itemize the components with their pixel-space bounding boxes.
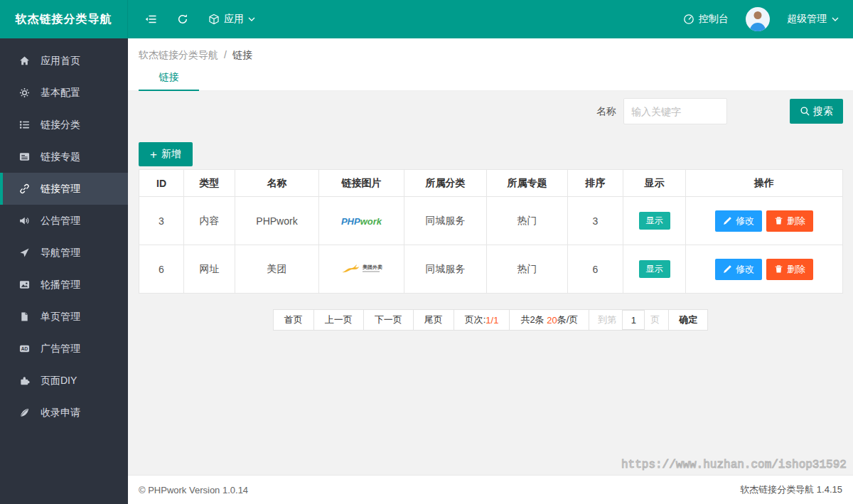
- user-menu[interactable]: 超级管理: [787, 13, 839, 26]
- sidebar-item-link-topic[interactable]: 链接专题: [0, 141, 128, 173]
- phpwork-logo: PHPwork: [341, 216, 382, 227]
- col-header-category: 所属分类: [404, 170, 487, 197]
- tab-links[interactable]: 链接: [139, 71, 199, 91]
- main-content: 软杰链接分类导航/链接 链接 名称 搜索 + 新增 ID 类型 名称: [128, 38, 853, 504]
- logo-subtext-line: [363, 271, 380, 272]
- search-button-label: 搜索: [813, 105, 833, 118]
- status-badge[interactable]: 显示: [639, 212, 670, 230]
- header-left-actions: 应用: [145, 13, 255, 26]
- cell-sort: 3: [568, 197, 623, 245]
- cell-name: 美团: [235, 245, 319, 294]
- image-icon: [18, 279, 30, 291]
- sidebar-toggle-icon[interactable]: [145, 14, 157, 25]
- home-icon: [18, 55, 30, 67]
- header-right-actions: 控制台 超级管理: [683, 7, 853, 31]
- sidebar-item-inclusion-apply[interactable]: 收录申请: [0, 397, 128, 429]
- gear-icon: [18, 87, 30, 99]
- sidebar-item-ad-manage[interactable]: AD 广告管理: [0, 333, 128, 365]
- sidebar-item-link-category[interactable]: 链接分类: [0, 109, 128, 141]
- col-header-topic: 所属专题: [487, 170, 568, 197]
- gauge-icon: [683, 14, 694, 25]
- sidebar-item-page-diy[interactable]: 页面DIY: [0, 365, 128, 397]
- sidebar: 应用首页 基本配置 链接分类 链接专题 链接管理 公告管理 导航管理 轮播管理 …: [0, 38, 128, 504]
- table-header-row: ID 类型 名称 链接图片 所属分类 所属专题 排序 显示 操作: [139, 170, 843, 197]
- cell-type: 网址: [184, 245, 235, 294]
- cell-name: PHPwork: [235, 197, 319, 245]
- sidebar-item-page-manage[interactable]: 单页管理: [0, 301, 128, 333]
- skip-suffix-label: 页: [650, 313, 660, 326]
- cell-topic: 热门: [487, 197, 568, 245]
- sidebar-item-basic-config[interactable]: 基本配置: [0, 77, 128, 109]
- puzzle-icon: [18, 375, 30, 387]
- kangaroo-icon: [340, 262, 360, 274]
- breadcrumb-current: 链接: [232, 49, 252, 60]
- col-header-type: 类型: [184, 170, 235, 197]
- search-icon: [800, 106, 810, 117]
- list-icon: [18, 119, 30, 131]
- edit-button[interactable]: 修改: [715, 259, 762, 280]
- cell-visible: 显示: [623, 197, 686, 245]
- page-first-button[interactable]: 首页: [273, 309, 314, 331]
- col-header-image: 链接图片: [319, 170, 404, 197]
- cell-type: 内容: [184, 197, 235, 245]
- page-confirm-button[interactable]: 确定: [668, 309, 708, 331]
- brand-title: 软杰链接分类导航: [0, 0, 128, 38]
- avatar-body: [750, 23, 766, 31]
- cell-actions: 修改 删除: [686, 245, 843, 294]
- send-icon: [18, 247, 30, 259]
- sidebar-item-carousel-manage[interactable]: 轮播管理: [0, 269, 128, 301]
- table-row: 3 内容 PHPwork PHPwork 同城服务 热门 3 显示 修改: [139, 197, 843, 245]
- pencil-icon: [723, 264, 732, 274]
- app-menu[interactable]: 应用: [208, 13, 255, 26]
- cell-visible: 显示: [623, 245, 686, 294]
- breadcrumb-separator: /: [224, 49, 227, 60]
- chevron-down-icon: [832, 16, 839, 22]
- avatar-head: [754, 11, 762, 19]
- edit-button[interactable]: 修改: [715, 210, 762, 232]
- footer-copyright: © PHPwork Version 1.0.14: [139, 485, 248, 495]
- col-header-actions: 操作: [686, 170, 843, 197]
- pencil-icon: [723, 216, 732, 225]
- delete-button[interactable]: 删除: [766, 259, 813, 280]
- add-button-label: 新增: [161, 148, 181, 161]
- page-number-input[interactable]: [622, 310, 645, 330]
- sidebar-item-link-manage[interactable]: 链接管理: [0, 173, 128, 205]
- page-next-button[interactable]: 下一页: [363, 309, 414, 331]
- search-row: 名称 搜索: [596, 98, 843, 124]
- page-last-button[interactable]: 尾页: [413, 309, 454, 331]
- speaker-icon: [18, 215, 30, 227]
- console-link[interactable]: 控制台: [683, 13, 729, 26]
- ad-icon: AD: [18, 343, 30, 355]
- top-header: 软杰链接分类导航 应用 控制台 超级管理: [0, 0, 853, 38]
- chevron-down-icon: [248, 16, 255, 22]
- avatar[interactable]: [746, 7, 770, 31]
- cell-image: PHPwork: [319, 197, 404, 245]
- breadcrumb: 软杰链接分类导航/链接: [128, 38, 853, 63]
- file-icon: [18, 311, 30, 323]
- sidebar-item-nav-manage[interactable]: 导航管理: [0, 237, 128, 269]
- col-header-id: ID: [139, 170, 184, 197]
- page-info: 页次:1/1: [454, 309, 510, 331]
- breadcrumb-parent: 软杰链接分类导航: [139, 49, 218, 60]
- status-badge[interactable]: 显示: [639, 260, 670, 278]
- trash-icon: [774, 216, 783, 225]
- svg-text:AD: AD: [21, 346, 28, 351]
- trash-icon: [774, 264, 783, 274]
- col-header-name: 名称: [235, 170, 319, 197]
- search-button[interactable]: 搜索: [790, 99, 843, 124]
- delete-button[interactable]: 删除: [766, 210, 813, 232]
- refresh-icon[interactable]: [177, 14, 188, 25]
- cell-id: 6: [139, 245, 184, 294]
- add-button[interactable]: + 新增: [139, 142, 193, 166]
- cell-image: 美团外卖: [319, 245, 404, 294]
- username-label: 超级管理: [787, 13, 827, 26]
- links-table: ID 类型 名称 链接图片 所属分类 所属专题 排序 显示 操作 3 内容 PH…: [139, 169, 842, 294]
- cell-id: 3: [139, 197, 184, 245]
- search-input[interactable]: [623, 98, 727, 124]
- skip-prefix-label: 到第: [598, 313, 616, 326]
- col-header-visible: 显示: [623, 170, 686, 197]
- sidebar-item-app-home[interactable]: 应用首页: [0, 45, 128, 77]
- sidebar-item-notice-manage[interactable]: 公告管理: [0, 205, 128, 237]
- page-prev-button[interactable]: 上一页: [313, 309, 364, 331]
- card-icon: [18, 151, 30, 163]
